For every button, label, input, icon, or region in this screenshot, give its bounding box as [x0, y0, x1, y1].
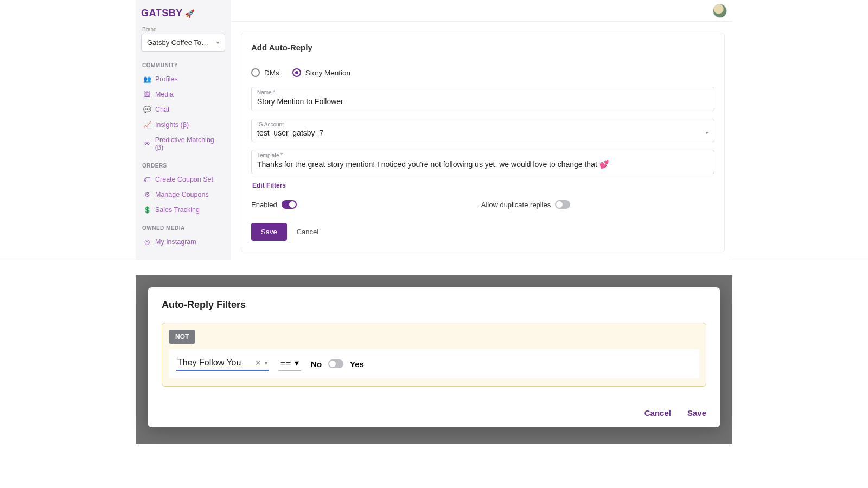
- filter-rule-row: They Follow You ✕ ▾ == ▾ No Yes: [169, 349, 699, 378]
- sidebar-section-orders: ORDERS: [142, 163, 225, 169]
- instagram-icon: ◎: [143, 238, 151, 246]
- template-input[interactable]: [257, 160, 709, 169]
- toggle-label: Allow duplicate replies: [481, 201, 551, 209]
- sidebar-item-label: Media: [155, 91, 174, 98]
- sidebar-item-predictive[interactable]: 👁 Predictive Matching (β): [141, 132, 225, 155]
- chevron-down-icon: ▾: [216, 40, 219, 46]
- clear-icon[interactable]: ✕: [255, 358, 261, 367]
- name-field[interactable]: Name *: [251, 87, 714, 111]
- enabled-toggle[interactable]: [282, 200, 297, 209]
- filter-group: NOT They Follow You ✕ ▾ == ▾ No: [162, 323, 706, 387]
- modal-title: Auto-Reply Filters: [162, 299, 706, 311]
- sidebar-item-profiles[interactable]: 👥 Profiles: [141, 72, 225, 87]
- duplicate-toggle[interactable]: [555, 200, 570, 209]
- sidebar-item-my-instagram[interactable]: ◎ My Instagram: [141, 234, 225, 249]
- card-title: Add Auto-Reply: [251, 43, 714, 52]
- not-operator-chip[interactable]: NOT: [169, 330, 195, 344]
- field-label: IG Account: [257, 121, 709, 127]
- rule-value-switch[interactable]: [328, 359, 343, 368]
- brand-select[interactable]: Gatsby Coffee To… ▾: [141, 34, 225, 52]
- sales-icon: 💲: [143, 206, 151, 214]
- coupon-manage-icon: ⚙: [143, 191, 151, 198]
- modal-save-button[interactable]: Save: [687, 408, 706, 418]
- coupon-create-icon: 🏷: [143, 176, 151, 183]
- rule-field-value: They Follow You: [177, 358, 241, 368]
- sidebar-item-label: Sales Tracking: [155, 206, 200, 214]
- radio-icon: [292, 68, 301, 77]
- main-area: Add Auto-Reply DMs Story Mention Name *: [231, 0, 732, 260]
- form-actions: Save Cancel: [251, 223, 714, 241]
- predictive-icon: 👁: [143, 140, 151, 147]
- toggle-row: Enabled Allow duplicate replies: [251, 200, 714, 209]
- rule-field-select[interactable]: They Follow You ✕ ▾: [176, 357, 269, 371]
- sidebar-item-label: Manage Coupons: [155, 191, 209, 198]
- auto-reply-card: Add Auto-Reply DMs Story Mention Name *: [241, 33, 725, 252]
- bool-yes-label: Yes: [350, 359, 364, 369]
- media-icon: 🖼: [143, 91, 151, 98]
- profiles-icon: 👥: [143, 75, 151, 83]
- sidebar-item-label: Create Coupon Set: [155, 176, 213, 183]
- sidebar: GATSBY 🚀 Brand Gatsby Coffee To… ▾ COMMU…: [136, 0, 231, 260]
- sidebar-section-community: COMMUNITY: [142, 62, 225, 68]
- toggle-label: Enabled: [251, 201, 277, 209]
- app-screenshot-top: GATSBY 🚀 Brand Gatsby Coffee To… ▾ COMMU…: [0, 0, 868, 260]
- sidebar-item-media[interactable]: 🖼 Media: [141, 87, 225, 102]
- field-label: Template *: [257, 152, 709, 158]
- logo-text: GATSBY: [141, 8, 183, 19]
- rule-operator-value: ==: [280, 358, 291, 368]
- edit-filters-link[interactable]: Edit Filters: [252, 182, 714, 189]
- sidebar-item-label: Profiles: [155, 75, 178, 83]
- duplicate-toggle-group: Allow duplicate replies: [481, 200, 571, 209]
- cancel-button[interactable]: Cancel: [297, 228, 318, 236]
- sidebar-item-sales-tracking[interactable]: 💲 Sales Tracking: [141, 202, 225, 217]
- sidebar-item-label: Predictive Matching (β): [155, 136, 223, 151]
- insights-icon: 📈: [143, 121, 151, 129]
- save-button[interactable]: Save: [251, 223, 287, 241]
- brand-label: Brand: [141, 27, 225, 33]
- chevron-down-icon[interactable]: ▾: [295, 358, 299, 368]
- filters-modal: Auto-Reply Filters NOT They Follow You ✕…: [148, 287, 720, 427]
- sidebar-item-chat[interactable]: 💬 Chat: [141, 102, 225, 117]
- logo-icon: 🚀: [185, 9, 195, 18]
- modal-backdrop: Auto-Reply Filters NOT They Follow You ✕…: [136, 275, 732, 444]
- bool-no-label: No: [311, 359, 322, 369]
- radio-icon: [251, 68, 260, 77]
- brand-select-value: Gatsby Coffee To…: [147, 38, 208, 47]
- sidebar-item-insights[interactable]: 📈 Insights (β): [141, 117, 225, 132]
- sidebar-item-manage-coupons[interactable]: ⚙ Manage Coupons: [141, 187, 225, 202]
- radio-story-mention[interactable]: Story Mention: [292, 68, 350, 77]
- sidebar-item-label: My Instagram: [155, 238, 196, 246]
- logo: GATSBY 🚀: [141, 8, 225, 19]
- user-avatar[interactable]: [713, 4, 727, 18]
- template-field[interactable]: Template *: [251, 150, 714, 174]
- modal-actions: Cancel Save: [162, 408, 706, 418]
- radio-dms[interactable]: DMs: [251, 68, 279, 77]
- topbar: [231, 0, 732, 22]
- ig-account-field[interactable]: IG Account test_user_gatsby_7 ▾: [251, 119, 714, 142]
- ig-account-value: test_user_gatsby_7: [257, 129, 706, 137]
- chevron-down-icon: ▾: [706, 130, 709, 136]
- modal-cancel-button[interactable]: Cancel: [644, 408, 671, 418]
- app-screenshot-bottom: Auto-Reply Filters NOT They Follow You ✕…: [0, 260, 868, 445]
- radio-label: Story Mention: [305, 69, 350, 77]
- rule-value-toggle: No Yes: [311, 359, 364, 369]
- type-radio-group: DMs Story Mention: [251, 68, 714, 77]
- rule-operator-select[interactable]: == ▾: [278, 357, 301, 371]
- chat-icon: 💬: [143, 106, 151, 113]
- field-label: Name *: [257, 89, 709, 95]
- radio-label: DMs: [264, 69, 279, 77]
- enabled-toggle-group: Enabled: [251, 200, 297, 209]
- sidebar-item-create-coupon[interactable]: 🏷 Create Coupon Set: [141, 172, 225, 187]
- chevron-down-icon[interactable]: ▾: [265, 360, 267, 366]
- sidebar-item-label: Insights (β): [155, 121, 189, 129]
- sidebar-section-owned: OWNED MEDIA: [142, 225, 225, 231]
- name-input[interactable]: [257, 97, 709, 106]
- sidebar-item-label: Chat: [155, 106, 169, 113]
